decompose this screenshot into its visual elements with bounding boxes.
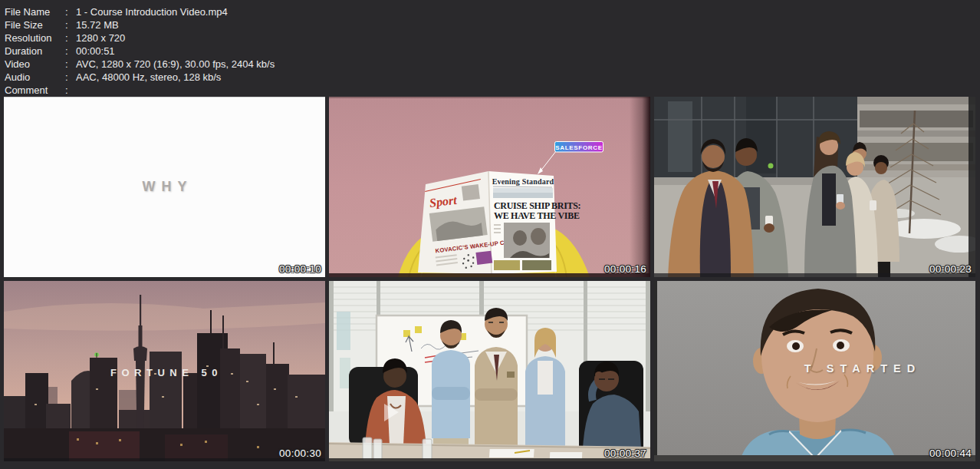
info-colon: : (65, 84, 76, 97)
info-value: 15.72 MB (76, 18, 980, 31)
thumbnail-5: 00:00:37 (329, 281, 650, 461)
info-label: File Size (5, 18, 65, 31)
face-scene-illustration: T STARTED (654, 281, 975, 461)
t-started-caption: T STARTED (804, 362, 921, 375)
fortune-50-caption: FORTUNE 50 (110, 367, 222, 378)
info-colon: : (65, 45, 76, 58)
media-info: File Name:1 - Course Introduction Video.… (0, 0, 980, 94)
info-label: File Name (5, 5, 65, 18)
thumbnail-6: T STARTED 00:00:44 (654, 281, 975, 461)
info-row-comment: Comment: (5, 84, 980, 97)
info-row-audio: Audio:AAC, 48000 Hz, stereo, 128 kb/s (5, 71, 980, 84)
info-row-resolution: Resolution:1280 x 720 (5, 31, 980, 45)
info-label: Duration (5, 45, 65, 58)
info-colon: : (65, 71, 76, 84)
info-label: Comment (5, 84, 65, 97)
info-row-video: Video:AVC, 1280 x 720 (16:9), 30.00 fps,… (5, 58, 980, 71)
timestamp-overlay: 00:00:44 (929, 448, 972, 459)
info-value: AAC, 48000 Hz, stereo, 128 kb/s (76, 71, 980, 84)
thumbnail-3: 00:00:23 (654, 97, 975, 277)
info-colon: : (65, 31, 76, 45)
timestamp-overlay: 00:00:30 (279, 448, 321, 459)
info-colon: : (65, 5, 76, 18)
timestamp-overlay: 00:00:10 (279, 263, 321, 275)
thumbnail-4: FORTUNE 50 00:00:30 (4, 281, 325, 461)
info-label: Video (5, 58, 65, 71)
newspaper-masthead: Evening Standard (492, 177, 554, 186)
timestamp-overlay: 00:00:23 (929, 263, 972, 275)
info-label: Audio (5, 71, 65, 84)
info-value: 1 - Course Introduction Video.mp4 (76, 5, 980, 18)
info-value: AVC, 1280 x 720 (16:9), 30.00 fps, 2404 … (76, 58, 980, 71)
thumbnail-1: WHY 00:00:10 (4, 97, 325, 277)
info-colon: : (65, 58, 76, 71)
thumbnail-grid: WHY 00:00:10 (0, 97, 980, 461)
info-value (76, 84, 980, 97)
salesforce-tag-label: SALESFORCE (555, 144, 603, 151)
newspaper-headline-line2: WE HAVE THE VIBE (494, 210, 580, 221)
info-label: Resolution (5, 31, 65, 45)
newspaper-scene-illustration: Sport KOVACIC'S WAKE-UP CALL Evening Sta… (329, 97, 650, 277)
info-colon: : (65, 18, 76, 31)
info-value: 00:00:51 (76, 45, 980, 58)
info-row-duration: Duration:00:00:51 (5, 45, 980, 58)
newspaper-headline-line1: CRUISE SHIP BRITS: (494, 200, 580, 211)
info-row-file-size: File Size:15.72 MB (5, 18, 980, 31)
street-scene-illustration (654, 97, 975, 277)
info-row-file-name: File Name:1 - Course Introduction Video.… (5, 5, 980, 18)
contact-sheet: { "header": { "rows": [ {"label": "File … (0, 0, 980, 469)
timestamp-overlay: 00:00:16 (604, 263, 646, 275)
info-value: 1280 x 720 (76, 31, 980, 45)
timestamp-overlay: 00:00:37 (604, 448, 646, 459)
office-scene-illustration (329, 281, 650, 461)
thumbnail-2: Sport KOVACIC'S WAKE-UP CALL Evening Sta… (329, 97, 650, 277)
video-caption-why: WHY (136, 179, 193, 195)
skyline-scene-illustration: FORTUNE 50 (4, 281, 325, 461)
